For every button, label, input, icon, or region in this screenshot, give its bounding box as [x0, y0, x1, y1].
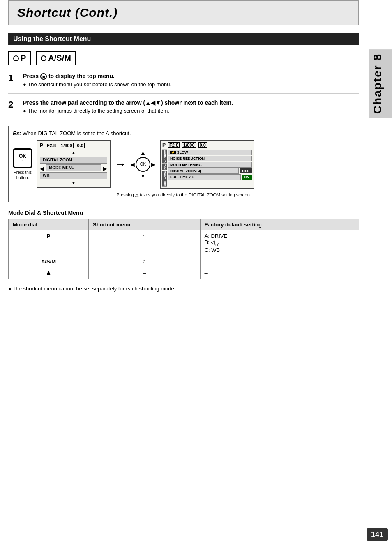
- step-2-bullet: The monitor jumps directly to the settin…: [23, 108, 359, 114]
- lcd-ev-left: 0.0: [76, 143, 85, 148]
- lcd-digital-zoom: DIGITAL ZOOM: [40, 157, 107, 164]
- arrow-left-left: ◀: [40, 165, 44, 172]
- step-1-title: Press ☰ to display the top menu.: [23, 73, 359, 80]
- pressing-note: Pressing △ takes you directly to the DIG…: [13, 192, 355, 198]
- lcd-mode-menu-row: ◀ MODE MENU ▶: [40, 164, 107, 172]
- lcd-top-row-left: P F2.8 1/800 0.0: [40, 143, 107, 148]
- menu-slow: ⚡ SLOW: [168, 150, 252, 155]
- chapter-tab: Chapter 8: [369, 49, 392, 118]
- nav-left: ◀: [130, 161, 135, 168]
- lcd-shutter-right: 1/800: [182, 142, 196, 148]
- left-lcd: P F2.8 1/800 0.0 ▲ DIGITAL ZOOM ◀ MODE M…: [37, 140, 111, 188]
- example-description: When DIGITAL ZOOM is set to the A shortc…: [23, 130, 131, 136]
- td-mode-asm: A/S/M: [9, 256, 89, 267]
- lcd-top-row-right: P F2.8 1/800 0.0: [162, 142, 252, 148]
- nav-middle: ◀ OK ▶: [130, 157, 156, 172]
- mode-label-asm: A/S/M: [48, 53, 71, 63]
- ok-button: OK ≡: [13, 148, 32, 168]
- table-title: Mode Dial & Shortcut Menu: [8, 210, 359, 216]
- td-mode-p: P: [9, 230, 89, 256]
- ok-side: OK ≡ Press thisbutton.: [13, 148, 32, 180]
- right-menu-list: ⚡ SLOW NOISE REDUCTION MULTI METERING: [168, 150, 252, 186]
- arrow-up-left: ▲: [40, 150, 107, 156]
- example-ex: Ex:: [13, 130, 21, 136]
- step-2: 2 Press the arrow pad according to the a…: [8, 99, 359, 120]
- table-body: P ○ A: DRIVEB: ◁㎡C: WB A/S/M ○ ♟ – –: [9, 230, 359, 279]
- slow-icon: ⚡: [170, 151, 176, 154]
- mode-icon-asm: A/S/M: [36, 51, 76, 65]
- screens-row: OK ≡ Press thisbutton. P F2.8 1/800 0.0: [13, 140, 355, 189]
- circle-icon-p: [13, 55, 19, 61]
- td-shortcut-scene: –: [89, 267, 201, 279]
- ok-label: OK: [19, 154, 26, 159]
- nav-circle: OK: [136, 157, 150, 172]
- arrow-down-left: ▼: [40, 180, 107, 186]
- menu-slow-label: ⚡ SLOW: [168, 150, 252, 155]
- circle-icon-asm: [41, 55, 46, 61]
- menu-fulltime-af: FULLTIME AF ON: [168, 174, 252, 180]
- menu-fulltime-af-label: FULLTIME AF: [168, 174, 241, 180]
- nav-right: ▶: [151, 161, 156, 168]
- td-factory-asm: [200, 256, 359, 267]
- td-factory-scene: –: [200, 267, 359, 279]
- td-shortcut-p: ○: [89, 230, 201, 256]
- menu-multi: MULTI METERING: [168, 162, 252, 168]
- lcd-p-right: P: [162, 142, 166, 148]
- side-label-pic: PIC.: [162, 164, 167, 170]
- lcd-shutter-left: 1/800: [60, 143, 74, 148]
- lcd-f-left: F2.8: [46, 143, 57, 148]
- lcd-ev-right: 0.0: [198, 142, 207, 148]
- step-2-title: Press the arrow pad according to the arr…: [23, 99, 359, 106]
- th-mode-dial: Mode dial: [9, 219, 89, 230]
- nav-down: ▼: [140, 173, 146, 179]
- page-wrapper: Chapter 8 141 Shortcut (Cont.) Using the…: [0, 0, 392, 553]
- menu-digital-zoom-label: DIGITAL ZOOM ◀: [168, 168, 239, 174]
- lcd-mode-menu: MODE MENU: [46, 164, 101, 171]
- slow-text: SLOW: [177, 150, 188, 154]
- mode-label-p: P: [21, 53, 26, 63]
- step-1-content: Press ☰ to display the top menu. The sho…: [23, 73, 359, 88]
- arrow-right-left: ▶: [103, 165, 107, 172]
- screen-arrow: →: [115, 158, 126, 171]
- step-1: 1 Press ☰ to display the top menu. The s…: [8, 73, 359, 94]
- example-label: Ex: When DIGITAL ZOOM is set to the A sh…: [13, 130, 355, 136]
- page-title: Shortcut (Cont.): [17, 6, 350, 20]
- lcd-p-left: P: [40, 143, 43, 148]
- nav-ok: OK: [140, 162, 146, 166]
- mode-table: Mode dial Shortcut menu Factory default …: [8, 219, 359, 279]
- page-number: 141: [367, 528, 388, 541]
- menu-noise-label: NOISE REDUCTION: [168, 156, 252, 161]
- step-2-content: Press the arrow pad according to the arr…: [23, 99, 359, 114]
- step-1-bullet: The shortcut menu you set before is show…: [23, 81, 359, 88]
- step-2-number: 2: [8, 99, 18, 114]
- menu-fulltime-af-value: ON: [242, 175, 252, 180]
- th-factory-default: Factory default setting: [200, 219, 359, 230]
- bottom-note: The shortcut menu cannot be set separate…: [8, 286, 359, 292]
- table-head: Mode dial Shortcut menu Factory default …: [9, 219, 359, 230]
- lcd-wb: WB: [40, 172, 107, 179]
- menu-multi-label: MULTI METERING: [168, 162, 252, 168]
- ok-lines-icon: ≡: [19, 159, 26, 163]
- menu-digital-zoom-value: OFF: [240, 168, 252, 173]
- td-mode-scene: ♟: [9, 267, 89, 279]
- side-label-camera: CAMERA: [162, 150, 167, 163]
- press-label: Press thisbutton.: [14, 170, 32, 180]
- table-row-asm: A/S/M ○: [9, 256, 359, 267]
- table-header-row: Mode dial Shortcut menu Factory default …: [9, 219, 359, 230]
- menu-digital-zoom: DIGITAL ZOOM ◀ OFF: [168, 168, 252, 174]
- right-screen-body: CAMERA PIC. CARD SET ⚡ SLOW: [162, 150, 252, 186]
- mode-icons-row: P A/S/M: [8, 51, 359, 65]
- table-row-p: P ○ A: DRIVEB: ◁㎡C: WB: [9, 230, 359, 256]
- menu-noise: NOISE REDUCTION: [168, 156, 252, 161]
- title-bar: Shortcut (Cont.): [8, 0, 359, 25]
- section-header: Using the Shortcut Menu: [8, 33, 359, 45]
- lcd-f-right: F2.8: [168, 142, 180, 148]
- nav-area: ▲ ◀ OK ▶ ▼: [130, 150, 156, 179]
- step-1-number: 1: [8, 73, 18, 88]
- nav-up: ▲: [140, 150, 146, 156]
- td-shortcut-asm: ○: [89, 256, 201, 267]
- mode-icon-p: P: [8, 51, 31, 65]
- example-box: Ex: When DIGITAL ZOOM is set to the A sh…: [8, 126, 359, 202]
- td-factory-p: A: DRIVEB: ◁㎡C: WB: [200, 230, 359, 256]
- side-label-set: SET: [162, 180, 167, 187]
